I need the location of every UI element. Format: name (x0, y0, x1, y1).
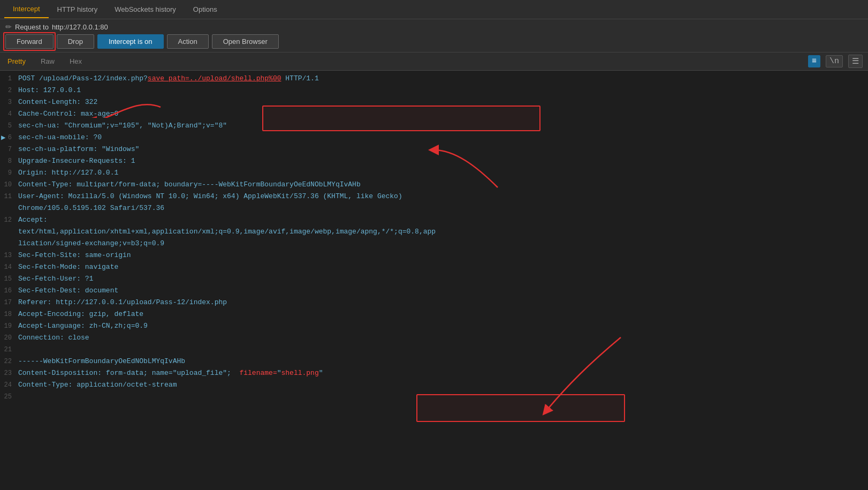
line-content: ------WebKitFormBoundaryOeEdNObLMYqIvAHb (18, 356, 866, 367)
code-line: Chrome/105.0.5195.102 Safari/537.36 (0, 202, 868, 214)
menu-icon[interactable]: ☰ (848, 55, 863, 68)
line-number: 18 (2, 308, 18, 320)
code-line: text/html,application/xhtml+xml,applicat… (0, 226, 868, 238)
code-line: 24Content-Type: application/octet-stream (0, 379, 868, 391)
line-number: 22 (2, 356, 18, 367)
tab-options[interactable]: Options (185, 1, 226, 18)
line-content: Sec-Fetch-Dest: document (18, 285, 866, 297)
code-line: 17Referer: http://127.0.0.1/upload/Pass-… (0, 297, 868, 308)
code-line: 18Accept-Encoding: gzip, deflate (0, 308, 868, 320)
code-line: 1POST /upload/Pass-12/index.php?save_pat… (0, 73, 868, 85)
line-content: Sec-Fetch-Mode: navigate (18, 261, 866, 273)
toolbar: ✏ Request to http://127.0.0.1:80 Forward… (0, 19, 868, 52)
tab-http-history[interactable]: HTTP history (49, 1, 106, 18)
line-content: Accept: (18, 214, 866, 226)
tab-bar: Intercept HTTP history WebSockets histor… (0, 0, 868, 19)
tab-intercept[interactable]: Intercept (4, 1, 49, 18)
tab-websockets-history[interactable]: WebSockets history (106, 1, 185, 18)
code-line: 11User-Agent: Mozilla/5.0 (Windows NT 10… (0, 191, 868, 202)
line-number: 11 (2, 191, 18, 202)
line-content: Content-Type: application/octet-stream (18, 379, 866, 391)
code-line: 4Cache-Control: max-age=0 (0, 108, 868, 120)
code-line: 9Origin: http://127.0.0.1 (0, 167, 868, 179)
code-line: 16Sec-Fetch-Dest: document (0, 285, 868, 297)
request-url-bar: ✏ Request to http://127.0.0.1:80 (5, 22, 863, 31)
line-number: 20 (2, 332, 18, 344)
code-line: 3Content-Length: 322 (0, 96, 868, 108)
view-tab-hex[interactable]: Hex (67, 56, 84, 66)
code-line: 8Upgrade-Insecure-Requests: 1 (0, 155, 868, 167)
line-content: Content-Length: 322 (18, 96, 866, 108)
line-number: 19 (2, 320, 18, 332)
line-content: Origin: http://127.0.0.1 (18, 167, 866, 179)
request-url-value: http://127.0.0.1:80 (52, 23, 108, 31)
code-line: 25 (0, 391, 868, 403)
line-number: 1 (2, 73, 18, 85)
code-line: 5sec-ch-ua: "Chromium";v="105", "Not)A;B… (0, 120, 868, 132)
line-number: 24 (2, 379, 18, 391)
code-line: 6sec-ch-ua-mobile: ?0 (0, 132, 868, 144)
line-content: Sec-Fetch-Site: same-origin (18, 250, 866, 261)
line-content: Chrome/105.0.5195.102 Safari/537.36 (18, 202, 866, 214)
code-line: 20Connection: close (0, 332, 868, 344)
code-line: 21 (0, 344, 868, 356)
line-number: 14 (2, 261, 18, 273)
code-line: 14Sec-Fetch-Mode: navigate (0, 261, 868, 273)
line-number: 10 (2, 179, 18, 191)
line-number: 7 (2, 144, 18, 155)
line-number: 16 (2, 285, 18, 297)
line-content: Accept-Language: zh-CN,zh;q=0.9 (18, 320, 866, 332)
view-icons: ≡ \n ☰ (808, 55, 863, 68)
forward-button-wrapper: Forward (5, 34, 54, 49)
view-mode-row: Pretty Raw Hex ≡ \n ☰ (0, 52, 868, 71)
line-content: sec-ch-ua-platform: "Windows" (18, 144, 866, 155)
code-line: 10Content-Type: multipart/form-data; bou… (0, 179, 868, 191)
line-content: lication/signed-exchange;v=b3;q=0.9 (18, 238, 866, 250)
line-content: User-Agent: Mozilla/5.0 (Windows NT 10.0… (18, 191, 866, 202)
code-line: 13Sec-Fetch-Site: same-origin (0, 250, 868, 261)
drop-button[interactable]: Drop (57, 34, 94, 49)
line-content: Sec-Fetch-User: ?1 (18, 273, 866, 285)
code-line: 2Host: 127.0.0.1 (0, 85, 868, 96)
line-number: 5 (2, 120, 18, 132)
line-number: 23 (2, 367, 18, 379)
word-wrap-icon[interactable]: ≡ (808, 55, 820, 67)
code-line: 12Accept: (0, 214, 868, 226)
line-number: 2 (2, 85, 18, 96)
line-number: 8 (2, 155, 18, 167)
code-line: 15Sec-Fetch-User: ?1 (0, 273, 868, 285)
line-content: sec-ch-ua: "Chromium";v="105", "Not)A;Br… (18, 120, 866, 132)
action-button[interactable]: Action (167, 34, 209, 49)
line-content: Upgrade-Insecure-Requests: 1 (18, 155, 866, 167)
line-number: 12 (2, 214, 18, 226)
line-content: Connection: close (18, 332, 866, 344)
left-arrow-indicator: ▶ (1, 132, 5, 144)
line-number: 13 (2, 250, 18, 261)
button-row: Forward Drop Intercept is on Action Open… (5, 34, 863, 49)
view-tab-pretty[interactable]: Pretty (5, 56, 28, 66)
code-line: 23Content-Disposition: form-data; name="… (0, 367, 868, 379)
line-number: 3 (2, 96, 18, 108)
newline-icon[interactable]: \n (826, 55, 843, 67)
line-number: 17 (2, 297, 18, 308)
request-url-prefix: Request to (15, 23, 49, 31)
line-number: 21 (2, 344, 18, 356)
code-line: 19Accept-Language: zh-CN,zh;q=0.9 (0, 320, 868, 332)
intercept-toggle-button[interactable]: Intercept is on (97, 34, 164, 49)
code-line: lication/signed-exchange;v=b3;q=0.9 (0, 238, 868, 250)
line-content: POST /upload/Pass-12/index.php?save_path… (18, 73, 866, 85)
line-content: sec-ch-ua-mobile: ?0 (18, 132, 866, 144)
line-content: Content-Disposition: form-data; name="up… (18, 367, 866, 379)
line-number: 25 (2, 391, 18, 403)
line-content: Referer: http://127.0.0.1/upload/Pass-12… (18, 297, 866, 308)
code-area: ▶1POST /upload/Pass-12/index.php?save_pa… (0, 71, 868, 490)
edit-icon: ✏ (5, 22, 12, 31)
line-number: 4 (2, 108, 18, 120)
line-content: Cache-Control: max-age=0 (18, 108, 866, 120)
open-browser-button[interactable]: Open Browser (212, 34, 279, 49)
forward-button[interactable]: Forward (5, 34, 54, 49)
view-tab-raw[interactable]: Raw (39, 56, 57, 66)
code-line: 7sec-ch-ua-platform: "Windows" (0, 144, 868, 155)
line-content: text/html,application/xhtml+xml,applicat… (18, 226, 866, 238)
line-content: Accept-Encoding: gzip, deflate (18, 308, 866, 320)
